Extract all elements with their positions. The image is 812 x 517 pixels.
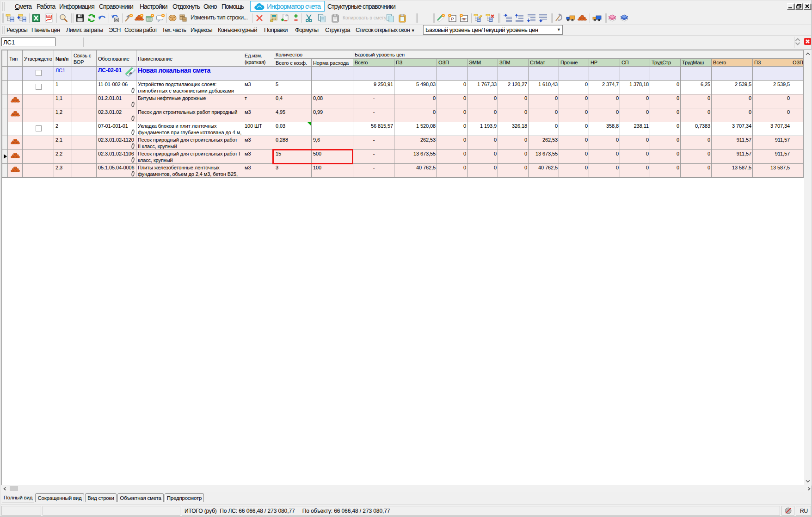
svg-text:ПР: ПР bbox=[461, 17, 466, 21]
svg-text:PDF: PDF bbox=[47, 15, 51, 18]
svg-text:P: P bbox=[451, 17, 454, 21]
